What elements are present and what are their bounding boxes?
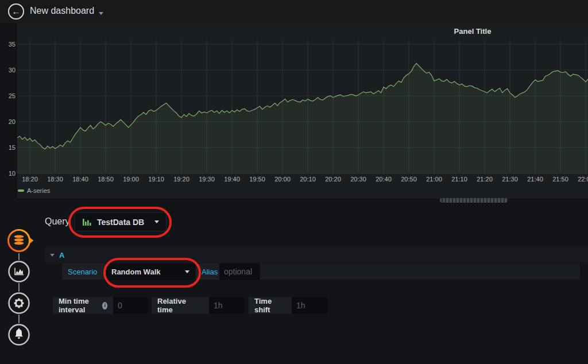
sidebar-tab-queries[interactable]: [6, 228, 34, 253]
database-icon: [6, 228, 34, 253]
legend-series-label[interactable]: A-series: [27, 187, 50, 194]
min-interval-label-text: Min time interval: [59, 297, 98, 314]
back-arrow-icon: ←: [12, 7, 21, 16]
x-tick-label: 22:00: [568, 176, 588, 183]
query-row-filler: [260, 264, 580, 280]
gear-icon: [7, 292, 30, 315]
chevron-down-icon: [154, 220, 159, 223]
legend: A-series: [18, 187, 50, 194]
scenario-select[interactable]: Random Walk: [106, 264, 195, 280]
time-shift-input[interactable]: [292, 297, 328, 314]
relative-time-label: Relative time: [152, 297, 209, 314]
time-series-chart: [17, 23, 588, 199]
graph-icon: [7, 260, 30, 283]
datasource-picker[interactable]: TestData DB: [75, 212, 167, 231]
query-ref-id: A: [59, 251, 64, 260]
y-tick-label: 35: [0, 40, 16, 48]
tab-connector: [18, 315, 20, 323]
chevron-down-icon: [185, 270, 189, 273]
info-icon[interactable]: i: [102, 302, 107, 309]
min-interval-input[interactable]: [113, 297, 148, 314]
datasource-name: TestData DB: [97, 218, 144, 227]
testdata-db-icon: [82, 218, 91, 227]
tab-connector: [18, 253, 20, 260]
dashboard-title[interactable]: New dashboard: [30, 6, 94, 16]
chevron-down-icon[interactable]: [99, 12, 103, 15]
sidebar-tab-general[interactable]: [7, 292, 30, 315]
y-tick-label: 30: [0, 66, 16, 74]
collapse-caret-icon: [50, 254, 55, 257]
graph-panel: Panel Title 18:2018:3018:4018:5019:0019:…: [17, 23, 588, 199]
bell-icon: [7, 323, 30, 346]
alias-input[interactable]: [219, 264, 260, 280]
sidebar-tab-visualization[interactable]: [7, 260, 30, 283]
sidebar-tab-alert[interactable]: [7, 323, 30, 346]
top-navbar: ← New dashboard: [0, 0, 588, 24]
relative-time-input[interactable]: [209, 297, 245, 314]
grafana-app: ← New dashboard Panel Title 18:2018:3018…: [0, 0, 588, 364]
y-tick-label: 20: [0, 118, 16, 126]
scenario-value: Random Walk: [111, 268, 160, 276]
time-shift-label: Time shift: [249, 297, 292, 314]
panel-resize-handle[interactable]: [440, 198, 508, 203]
min-interval-label: Min time interval i: [53, 297, 113, 314]
tab-connector: [18, 283, 20, 292]
x-axis-labels: 18:2018:3018:4018:5019:0019:1019:2019:30…: [17, 176, 588, 184]
y-axis-labels: 353025201510: [0, 23, 16, 199]
y-tick-label: 25: [0, 92, 16, 100]
y-tick-label: 15: [0, 144, 16, 152]
y-tick-label: 10: [0, 169, 16, 177]
back-button[interactable]: ←: [8, 3, 24, 20]
scenario-label: Scenario: [62, 264, 106, 280]
query-section-label: Query: [45, 216, 70, 227]
alias-label: Alias: [196, 264, 219, 280]
query-row-header[interactable]: A: [45, 247, 588, 263]
legend-series-marker: [18, 189, 24, 192]
